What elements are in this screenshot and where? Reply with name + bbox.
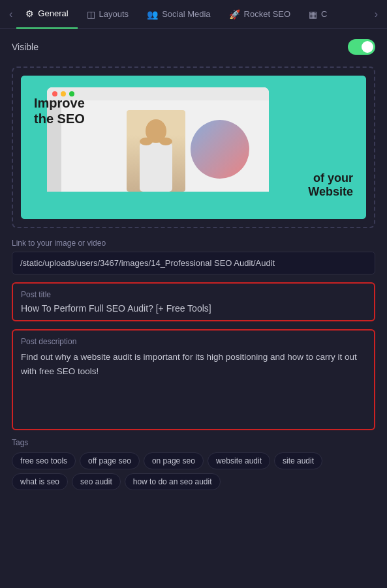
- top-navigation: ‹ ⚙ General ◫ Layouts 👥 Social Media 🚀 R…: [0, 0, 387, 29]
- tab-rocket-seo[interactable]: 🚀 Rocket SEO: [220, 0, 300, 29]
- layouts-icon: ◫: [87, 9, 95, 20]
- svg-rect-1: [140, 143, 172, 192]
- svg-point-3: [159, 138, 172, 145]
- post-description-input[interactable]: [21, 350, 366, 420]
- tab-extra[interactable]: ▦ C: [300, 0, 336, 29]
- tag-item[interactable]: seo audit: [72, 473, 121, 490]
- general-icon: ⚙: [25, 8, 34, 19]
- tags-label: Tags: [12, 438, 375, 447]
- visible-toggle[interactable]: [348, 39, 375, 55]
- tags-container: free seo toolsoff page seoon page seoweb…: [12, 452, 375, 490]
- image-link-input[interactable]: [12, 252, 375, 274]
- circle-decoration: [191, 120, 249, 179]
- visible-label: Visible: [12, 42, 39, 52]
- tab-layouts-label: Layouts: [99, 9, 129, 19]
- tab-rocket-seo-label: Rocket SEO: [244, 9, 291, 19]
- post-title-label: Post title: [21, 290, 366, 299]
- tag-item[interactable]: what is seo: [12, 473, 68, 490]
- social-media-icon: 👥: [147, 9, 158, 20]
- tab-general-label: General: [38, 8, 68, 18]
- tag-item[interactable]: on page seo: [144, 452, 204, 469]
- tab-extra-label: C: [321, 9, 327, 19]
- post-title-section: Post title: [12, 282, 375, 321]
- svg-point-2: [140, 138, 153, 145]
- person-image: [127, 110, 185, 192]
- post-title-input[interactable]: [21, 303, 366, 314]
- tag-item[interactable]: site audit: [274, 452, 322, 469]
- image-preview: Improve the SEO of your Website: [21, 76, 366, 219]
- tag-item[interactable]: how to do an seo audit: [125, 473, 221, 490]
- nav-left-arrow[interactable]: ‹: [5, 8, 16, 20]
- main-content: Visible: [0, 29, 387, 501]
- image-link-label: Link to your image or video: [12, 239, 375, 248]
- tag-item[interactable]: website audit: [208, 452, 270, 469]
- rocket-icon: 🚀: [229, 9, 240, 20]
- thumbnail: Improve the SEO of your Website: [21, 76, 366, 219]
- post-description-section: Post description: [12, 329, 375, 430]
- thumbnail-text-right: of your Website: [308, 171, 353, 199]
- tab-social-media[interactable]: 👥 Social Media: [138, 0, 219, 29]
- post-description-label: Post description: [21, 337, 366, 346]
- tag-item[interactable]: off page seo: [80, 452, 140, 469]
- person-svg: [133, 117, 179, 192]
- grid-icon: ▦: [309, 9, 317, 20]
- tag-item[interactable]: free seo tools: [12, 452, 76, 469]
- tab-general[interactable]: ⚙ General: [16, 0, 77, 29]
- person-figure: [127, 110, 185, 192]
- thumbnail-text-left: Improve the SEO: [34, 95, 85, 126]
- tab-layouts[interactable]: ◫ Layouts: [78, 0, 138, 29]
- browser-content: [61, 100, 269, 192]
- tab-social-media-label: Social Media: [162, 9, 210, 19]
- image-upload-area[interactable]: Improve the SEO of your Website: [12, 66, 375, 228]
- image-link-field: Link to your image or video: [12, 239, 375, 274]
- tags-section: Tags free seo toolsoff page seoon page s…: [12, 438, 375, 490]
- visible-row: Visible: [12, 39, 375, 55]
- nav-right-arrow[interactable]: ›: [371, 8, 382, 20]
